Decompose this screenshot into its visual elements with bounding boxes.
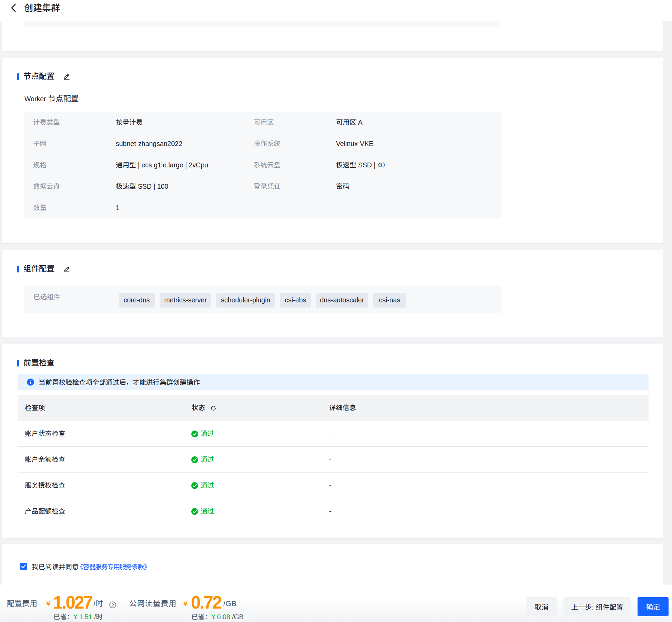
- svg-text:?: ?: [111, 602, 114, 607]
- svg-text:i: i: [30, 380, 31, 385]
